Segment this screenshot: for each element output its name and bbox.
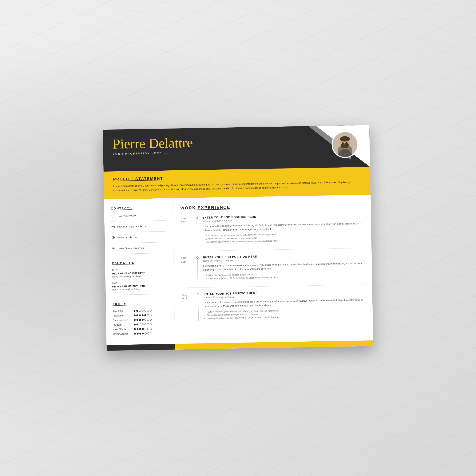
phone-value: +123 45678 9000 — [117, 214, 136, 218]
job-timeline — [196, 292, 201, 321]
skill-dot — [144, 319, 146, 321]
skill-dot — [142, 319, 144, 321]
work-list: 20102014Enter Your Job Position HereName… — [181, 213, 365, 321]
location-value: United States of America — [118, 247, 144, 250]
job-item: 20102014Enter Your Job Position HereName… — [181, 253, 364, 281]
job-years: 20102014 — [182, 292, 193, 321]
skill-dot — [150, 323, 152, 325]
skill-dot — [147, 314, 149, 316]
profile-text: Lorem ipsum dolor sit amet, consectetur … — [113, 180, 361, 193]
main-content: Contacts +123 45678 9000 — [104, 195, 373, 345]
skill-dot — [139, 333, 141, 335]
skill-dots — [134, 323, 152, 326]
skill-dot — [136, 319, 138, 321]
timeline-dot — [196, 217, 198, 219]
skill-dot — [150, 333, 152, 335]
edu-item-1: 2016 Degree Name Put Here Name of Univer… — [112, 268, 167, 278]
right-column: Work Experience 20102014Enter Your Job P… — [172, 195, 373, 344]
skill-dot — [139, 310, 141, 312]
edu-item-2: 2016 Degree Name Put Here Name of Univer… — [112, 281, 167, 291]
skill-dot — [145, 328, 146, 330]
edu-year-2: 2016 — [112, 281, 167, 285]
skill-name: After Effects — [113, 328, 132, 331]
skill-dot — [147, 333, 149, 335]
skill-item: Illustrtator — [113, 309, 168, 313]
skill-name: Illustrtator — [113, 310, 132, 313]
timeline-dot — [196, 256, 199, 259]
skill-dots — [134, 328, 152, 330]
web-icon — [111, 236, 115, 240]
skill-dots — [134, 319, 152, 321]
timeline-line — [198, 296, 199, 321]
job-timeline — [196, 256, 200, 281]
skill-dot — [134, 333, 136, 335]
job-description: Lorem ipsum dolor sit amet, consectetur … — [204, 298, 365, 309]
contact-email: examplemail@example.com — [111, 224, 166, 229]
skills-title: Skills — [113, 302, 168, 306]
skill-dot — [136, 328, 138, 330]
skill-name: InDesign — [113, 323, 132, 326]
skill-dots — [134, 310, 152, 312]
footer-dark — [107, 344, 175, 351]
skill-item: Photoshop — [113, 314, 168, 317]
skill-dot — [142, 310, 144, 312]
header-content: Pierre Delattre YOUR PROFESSION HERE — [103, 125, 370, 163]
skill-dot — [142, 314, 144, 316]
skill-dot — [137, 333, 139, 335]
skill-dot — [139, 319, 141, 321]
skill-item: Dreamweaver — [113, 318, 168, 322]
resume-name: Pierre Delattre — [113, 133, 360, 151]
edu-school-2: Name of University / College — [112, 288, 167, 291]
job-item: 20102014Enter Your Job Position HereName… — [181, 213, 364, 245]
skill-dot — [150, 314, 152, 316]
skill-dot — [134, 328, 136, 330]
contact-divider-1 — [111, 221, 166, 222]
skills-section: Skills IllustrtatorPhotoshopDreamweaverI… — [113, 302, 168, 336]
contacts-title: Contacts — [111, 206, 166, 210]
job-item: 20102014Enter Your Job Position HereName… — [182, 289, 365, 321]
skill-dot — [136, 315, 138, 316]
left-column: Contacts +123 45678 9000 — [104, 198, 175, 345]
skill-dot — [147, 319, 149, 321]
skill-dot — [136, 324, 138, 325]
skill-dots — [134, 333, 152, 335]
timeline-line — [197, 259, 198, 281]
job-divider — [181, 248, 364, 252]
contact-divider-3 — [111, 242, 166, 243]
skill-dot — [150, 319, 152, 321]
timeline-line — [197, 220, 197, 244]
job-divider — [182, 285, 365, 288]
job-bullets: Porttitor lectus ut, pellentesque sem. M… — [204, 308, 365, 320]
skill-item: InDesign — [113, 323, 168, 326]
email-icon — [111, 225, 115, 229]
email-value: examplemail@example.com — [117, 225, 147, 228]
contacts-section: Contacts +123 45678 9000 — [111, 206, 167, 254]
skills-list: IllustrtatorPhotoshopDreamweaverInDesign… — [113, 309, 168, 336]
skill-dot — [134, 319, 136, 321]
skill-name: Dreamweaver — [113, 319, 132, 322]
skill-dot — [136, 310, 138, 312]
profile-section: Profile Statement Lorem ipsum dolor sit … — [103, 167, 371, 200]
svg-rect-9 — [112, 215, 114, 217]
contact-phone: +123 45678 9000 — [111, 213, 166, 218]
skill-dot — [147, 323, 149, 325]
skill-dot — [139, 324, 141, 325]
skill-dot — [134, 310, 136, 312]
work-title: Work Experience — [180, 203, 363, 211]
skill-dot — [134, 324, 136, 325]
skill-dot — [150, 328, 152, 330]
skill-dot — [145, 323, 146, 325]
skill-item: After Effects — [113, 327, 168, 331]
skill-dot — [150, 310, 152, 312]
job-description: Lorem ipsum dolor sit amet, consectetur … — [203, 261, 364, 272]
skill-item: Dreamweaver — [113, 332, 168, 336]
contact-divider-4 — [112, 253, 167, 254]
skill-dot — [134, 315, 136, 316]
job-content: Enter Your Job Position HereName of Comp… — [202, 213, 364, 244]
edu-divider — [112, 294, 167, 295]
location-icon — [112, 247, 115, 251]
job-bullets: Porttitor lectus ut, pellentesque sem. M… — [203, 232, 364, 243]
job-timeline — [195, 216, 199, 244]
job-content: Enter Your Job Position HereName of Comp… — [203, 253, 364, 281]
skill-dot — [144, 314, 146, 316]
